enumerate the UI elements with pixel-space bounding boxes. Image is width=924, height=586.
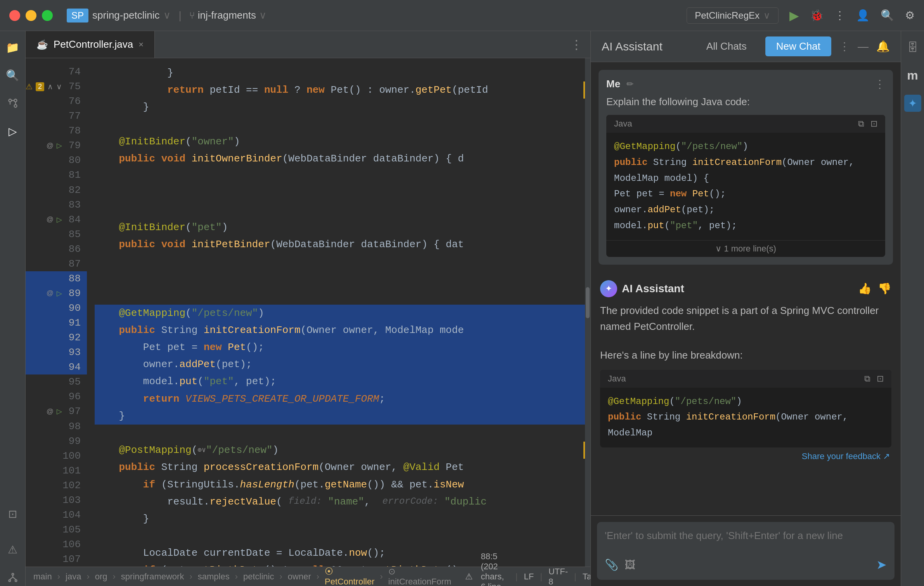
thumbs-up-icon[interactable]: 👍 [858, 282, 872, 295]
sidebar-vcs-icon[interactable] [4, 95, 21, 112]
more-icon[interactable]: ⋮ [834, 9, 845, 22]
line-gutter: 74 ⚠ 2 ∧ ∨ 75 76 77 78 [26, 58, 87, 567]
breadcrumb-arrow-8: › [380, 572, 382, 582]
ai-panel-body[interactable]: Me ✏ ⋮ Explain the following Java code: … [591, 62, 901, 515]
code-editor[interactable]: 74 ⚠ 2 ∧ ∨ 75 76 77 78 [26, 58, 590, 586]
edit-icon[interactable]: ✏ [626, 79, 633, 89]
constant-93: VIEWS_PETS_CREATE_OR_UPDATE_FORM [185, 390, 379, 407]
gutter-103: 103 [26, 493, 87, 508]
ai-logo: ✦ [600, 280, 617, 297]
sidebar-terminal-icon[interactable]: ⊡ [4, 505, 21, 522]
expand-icon[interactable]: ⊡ [870, 119, 877, 129]
image-icon[interactable]: 🖼 [625, 558, 635, 571]
ai-input-icons: 📎 🖼 [605, 558, 635, 571]
resp-code-line-1: @GetMapping("/pets/new") [608, 394, 884, 410]
run-icon-84[interactable]: @ [47, 215, 54, 224]
svg-point-2 [14, 99, 17, 102]
code-block-actions[interactable]: ⧉ ⊡ [858, 119, 877, 129]
breadcrumb-method: ⊙ initCreationForm [388, 567, 452, 586]
right-panel-m-icon[interactable]: m [904, 67, 921, 84]
sidebar-folder-icon[interactable]: 📁 [4, 39, 21, 56]
tab-label: PetController.java [54, 38, 133, 50]
copy-icon[interactable]: ⧉ [858, 119, 864, 129]
settings-icon[interactable]: ⚙ [905, 9, 915, 22]
more-lines-indicator[interactable]: ∨ 1 more line(s) [606, 240, 885, 257]
ai-notification-icon[interactable]: 🔔 [876, 40, 890, 53]
run-arrow-97[interactable]: ▷ [57, 407, 62, 416]
gutter-75: ⚠ 2 ∧ ∨ 75 [26, 79, 87, 94]
separator: | [178, 9, 181, 22]
sidebar-search-icon[interactable]: 🔍 [4, 67, 21, 84]
gutter-98: 98 [26, 419, 87, 434]
thumbs-down-icon[interactable]: 👎 [878, 282, 891, 295]
run-button[interactable]: ▶ [789, 8, 799, 23]
editor-content: 74 ⚠ 2 ∧ ∨ 75 76 77 78 [26, 58, 590, 567]
code-line-90: Pet pet = new Pet(); [95, 339, 585, 356]
sidebar-run-icon[interactable]: ▷ [4, 123, 21, 140]
code-line-83: @InitBinder("pet") [95, 219, 585, 236]
main-layout: 📁 🔍 ▷ ⊡ ⚠ ☕ PetController.java × ⋮ [0, 31, 924, 586]
branch-dropdown[interactable]: ∨ [259, 9, 266, 21]
code-line-98: if (StringUtils.hasLength(pet.getName())… [95, 476, 585, 493]
message-more-icon[interactable]: ⋮ [874, 78, 885, 90]
attach-icon[interactable]: 📎 [605, 558, 618, 571]
minimize-button[interactable] [26, 10, 36, 21]
response-code-block-actions[interactable]: ⧉ ⊡ [864, 374, 884, 384]
gutter-87: 87 [26, 257, 87, 271]
all-chats-button[interactable]: All Chats [696, 36, 758, 56]
maximize-button[interactable] [42, 10, 53, 21]
search-icon[interactable]: 🔍 [881, 9, 894, 22]
close-button[interactable] [9, 10, 20, 21]
response-copy-icon[interactable]: ⧉ [864, 374, 870, 384]
debug-icon[interactable]: 🐞 [810, 9, 824, 22]
response-expand-icon[interactable]: ⊡ [877, 374, 884, 384]
gutter-79: @ ▷ 79 [26, 138, 87, 153]
code-line-77 [95, 116, 585, 133]
java-file-icon: ☕ [36, 39, 48, 50]
code-line-103: if (pet.getBirthDate() != null && pet.ge… [95, 562, 585, 567]
tab-more-button[interactable]: ⋮ [570, 37, 583, 52]
feedback-link[interactable]: Share your feedback ↗ [600, 447, 891, 465]
window-controls[interactable] [9, 10, 53, 21]
breadcrumb-arrow-3: › [113, 572, 116, 582]
ai-response-detail-text: Here's a line by line breakdown: [600, 347, 891, 364]
code-block-line-6: model.put("pet", pet); [614, 218, 877, 234]
gutter-89: @ ▷ 89 [26, 286, 87, 301]
run-icon-97[interactable]: @ [47, 407, 54, 416]
active-tab[interactable]: ☕ PetController.java × [26, 31, 155, 58]
ai-header: AI Assistant All Chats New Chat ⋮ — 🔔 [591, 31, 901, 62]
run-config-name: PetClinicRegEx [695, 10, 760, 21]
run-config[interactable]: PetClinicRegEx ∨ [687, 7, 779, 24]
breadcrumb-petclinic: petclinic [243, 572, 274, 582]
profile-icon[interactable]: 👤 [856, 9, 870, 22]
sidebar-git-icon[interactable] [4, 569, 21, 586]
run-icon-79[interactable]: @ [47, 142, 54, 150]
ai-send-button[interactable]: ➤ [876, 557, 887, 572]
indent: Tab* [583, 572, 590, 582]
breadcrumb-org: org [95, 572, 107, 582]
tab-close-button[interactable]: × [138, 40, 144, 50]
dropdown-arrow[interactable]: ∨ [163, 9, 171, 21]
scroll-thumb[interactable] [586, 287, 590, 318]
ai-query-input[interactable] [605, 530, 887, 549]
user-message: Me ✏ ⋮ Explain the following Java code: … [599, 70, 893, 265]
editor-scrollbar[interactable] [585, 58, 590, 567]
ai-minimize-button[interactable]: — [858, 40, 869, 53]
run-icon-89[interactable]: @ [47, 289, 54, 297]
project-label[interactable]: SP spring-petclinic ∨ [67, 9, 171, 23]
branch-label[interactable]: ⑂ inj-fragments ∨ [189, 9, 266, 21]
right-panel-database-icon[interactable]: 🗄 [904, 39, 921, 56]
ai-response-actions[interactable]: 👍 👎 [858, 282, 891, 295]
breadcrumb-samples: samples [198, 572, 230, 582]
run-arrow-84[interactable]: ▷ [57, 215, 62, 224]
gutter-82: 82 [26, 183, 87, 198]
sidebar-problems-icon[interactable]: ⚠ [4, 541, 21, 558]
run-arrow-89[interactable]: ▷ [57, 289, 62, 298]
right-panel-ai-icon[interactable]: ✦ [904, 95, 921, 112]
ai-more-button[interactable]: ⋮ [839, 40, 850, 53]
ai-response-detail: Here's a line by line breakdown: [600, 349, 743, 361]
code-block-header: Java ⧉ ⊡ [606, 115, 885, 133]
run-arrow-79[interactable]: ▷ [57, 141, 62, 150]
code-lines[interactable]: } return petId == null ? new Pet() : own… [87, 58, 585, 567]
new-chat-button[interactable]: New Chat [765, 36, 831, 56]
